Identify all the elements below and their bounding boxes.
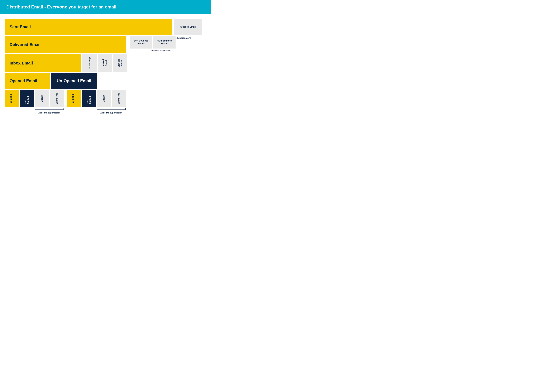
unopened-clicked-label: Clicked: [71, 94, 74, 103]
opened-not-clicked-label: Not Clicked: [24, 93, 29, 104]
unopened-unsub-label: Unsub.: [102, 95, 105, 102]
delivered-email-label: Delivered Email: [10, 42, 41, 47]
unopened-email-label: Un-Opened Email: [57, 78, 91, 83]
inbox-email-label: Inbox Email: [10, 61, 33, 66]
opened-unsub-box: Unsub.: [35, 90, 49, 107]
opened-email-label: Opened Email: [10, 78, 37, 83]
opened-suppression-note: Added to suppression: [38, 112, 60, 114]
unopened-bottom-boxes: Clicked Not Clicked Unsub. Spam Trap: [67, 90, 126, 107]
junked-email-box: Junked Email: [98, 54, 112, 72]
unopened-not-clicked-box: Not Clicked: [82, 90, 96, 107]
suppressions-label: Suppressions: [176, 37, 192, 39]
opened-spam-trap-box: Spam Trap: [50, 90, 64, 107]
spam-trap-inbox-box: Spam Trap: [82, 54, 97, 72]
opened-bottom-group: Clicked Not Clicked Unsub. Spam Trap: [5, 90, 64, 114]
unopened-suppression-group: Added to suppression: [97, 107, 126, 114]
unopened-clicked-box: Clicked: [67, 90, 81, 107]
row-sent: Sent Email Skipped Email: [5, 19, 206, 35]
unopened-not-clicked-label: Not Clicked: [86, 93, 91, 104]
opened-bracket-svg: [34, 107, 64, 111]
row-delivered: Delivered Email Soft Bounced Emails Hard…: [5, 36, 206, 53]
bounce-added-suppression-label: Added to suppression: [151, 49, 171, 52]
opened-email-box: Opened Email: [5, 73, 50, 89]
blocked-email-label: Blocked Email: [117, 56, 123, 70]
unopened-spam-trap-label: Spam Trap: [117, 93, 120, 104]
inbox-sub-boxes: Spam Trap Junked Email Blocked Email: [82, 54, 127, 72]
page-wrapper: Distributed Email - Everyone you target …: [0, 0, 211, 121]
row-bottom: Clicked Not Clicked Unsub. Spam Trap: [5, 90, 206, 114]
hard-bounced-box: Hard Bounced Emails: [153, 36, 175, 49]
spam-trap-inbox-label: Spam Trap: [88, 57, 91, 69]
hard-bounced-label: Hard Bounced Emails: [155, 39, 173, 45]
skipped-email-box: Skipped Email: [174, 19, 202, 35]
junked-email-label: Junked Email: [102, 56, 108, 70]
unopened-unsub-box: Unsub.: [97, 90, 111, 107]
soft-bounced-box: Soft Bounced Emails: [130, 36, 152, 49]
inbox-email-box: Inbox Email: [5, 54, 81, 72]
opened-suppression-group: Added to suppression: [35, 107, 64, 114]
unopened-bracket-svg: [96, 107, 126, 111]
delivered-email-box: Delivered Email: [5, 36, 126, 53]
opened-bottom-boxes: Clicked Not Clicked Unsub. Spam Trap: [5, 90, 64, 107]
opened-clicked-box: Clicked: [5, 90, 19, 107]
header-bar: Distributed Email - Everyone you target …: [0, 0, 211, 14]
main-content: Sent Email Skipped Email Delivered Email…: [0, 19, 211, 114]
opened-not-clicked-box: Not Clicked: [20, 90, 34, 107]
opened-unsub-label: Unsub.: [40, 95, 43, 102]
sent-email-label: Sent Email: [10, 24, 31, 29]
sent-email-box: Sent Email: [5, 19, 172, 35]
skipped-email-label: Skipped Email: [180, 25, 196, 28]
soft-bounced-label: Soft Bounced Emails: [132, 39, 150, 45]
unopened-spam-trap-box: Spam Trap: [112, 90, 126, 107]
opened-clicked-label: Clicked: [10, 94, 13, 103]
unopened-email-box: Un-Opened Email: [51, 73, 97, 89]
opened-spam-trap-label: Spam Trap: [55, 93, 58, 104]
unopened-suppression-note: Added to suppression: [100, 112, 122, 114]
header-title: Distributed Email - Everyone you target …: [6, 5, 204, 10]
row-opened: Opened Email Un-Opened Email: [5, 73, 206, 89]
unopened-bottom-group: Clicked Not Clicked Unsub. Spam Trap: [67, 90, 126, 114]
bounce-group: Soft Bounced Emails Hard Bounced Emails …: [130, 36, 192, 53]
blocked-email-box: Blocked Email: [113, 54, 127, 72]
row-inbox: Inbox Email Spam Trap Junked Email Block…: [5, 54, 206, 72]
